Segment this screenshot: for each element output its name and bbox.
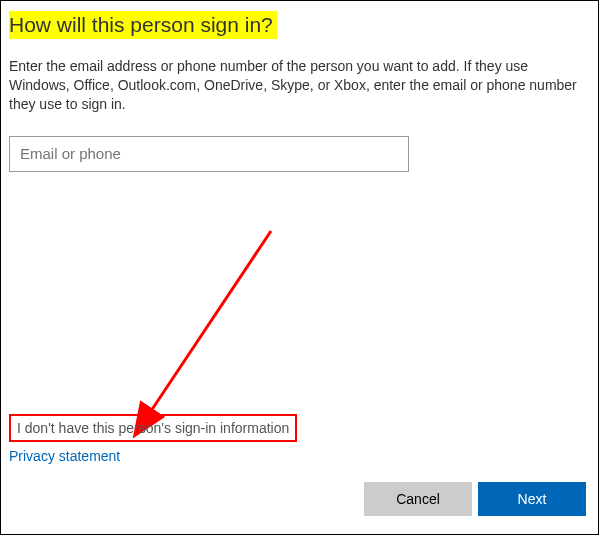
instruction-text: Enter the email address or phone number …	[9, 57, 588, 114]
svg-line-1	[151, 231, 271, 411]
email-phone-input[interactable]	[9, 136, 409, 172]
arrow-annotation-icon	[121, 221, 301, 441]
add-user-dialog: How will this person sign in? Enter the …	[1, 1, 598, 534]
no-signin-info-link[interactable]: I don't have this person's sign-in infor…	[9, 414, 297, 442]
dialog-button-row: Cancel Next	[364, 482, 586, 516]
next-button[interactable]: Next	[478, 482, 586, 516]
dialog-heading: How will this person sign in?	[9, 11, 277, 39]
bottom-links-area: I don't have this person's sign-in infor…	[9, 414, 297, 464]
privacy-statement-link[interactable]: Privacy statement	[9, 448, 297, 464]
cancel-button[interactable]: Cancel	[364, 482, 472, 516]
